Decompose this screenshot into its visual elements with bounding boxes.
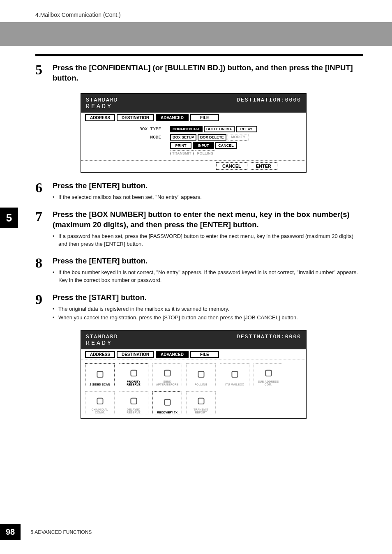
tab-advanced[interactable]: ADVANCED xyxy=(156,351,189,358)
feature-icon[interactable]: ▢CHAIN DIAL COMM. xyxy=(85,391,115,415)
feature-icon[interactable]: ▢2-SIDED SCAN xyxy=(85,363,115,387)
feature-icon[interactable]: ▢DELAYED RESERVE xyxy=(119,391,148,415)
feature-drawing-icon: ▢ xyxy=(197,365,205,383)
feature-icon-label: PRIORITY RESERVE xyxy=(120,380,147,386)
lcd-status: READY xyxy=(86,103,301,110)
bulletin-button[interactable]: BULLETIN BD. xyxy=(204,126,235,132)
step-6: 6 Press the [ENTER] button. If the selec… xyxy=(35,181,363,202)
tab-address[interactable]: ADDRESS xyxy=(85,114,115,121)
step-8: 8 Press the [ENTER] button. If the box n… xyxy=(35,256,363,285)
step-number: 6 xyxy=(35,181,53,202)
transmit-button[interactable]: TRANSMIT xyxy=(170,150,194,156)
breadcrumb: 4.Mailbox Communication (Cont.) xyxy=(0,0,392,22)
feature-icon[interactable]: ▢POLLING xyxy=(186,363,216,387)
tab-destination[interactable]: DESTINATION xyxy=(117,351,154,358)
feature-icon[interactable]: ▢SUB ADDRESS COM. xyxy=(254,363,283,387)
screenshot-advanced-icons: STANDARD DESTINATION:0000 READY ADDRESS … xyxy=(81,330,307,419)
cancel-button[interactable]: CANCEL xyxy=(215,142,237,149)
page-content: 5 Press the [CONFIDENTIAL] (or [BULLETIN… xyxy=(0,46,392,419)
box-setup-button[interactable]: BOX SETUP xyxy=(170,134,196,141)
footer-section-title: 5.ADVANCED FUNCTIONS xyxy=(30,529,92,535)
feature-drawing-icon: ▢ xyxy=(231,365,239,383)
lcd-status: READY xyxy=(86,340,301,347)
feature-icon-label: 2-SIDED SCAN xyxy=(90,383,110,386)
lcd-mode: STANDARD xyxy=(86,334,118,340)
modify-button[interactable]: MODIFY xyxy=(228,134,249,141)
divider xyxy=(35,54,363,56)
lcd-display: STANDARD DESTINATION:0000 READY xyxy=(81,330,306,349)
dialog-cancel-button[interactable]: CANCEL xyxy=(216,162,247,170)
screenshot-advanced-panel: STANDARD DESTINATION:0000 READY ADDRESS … xyxy=(81,93,307,173)
tab-row: ADDRESS DESTINATION ADVANCED FILE xyxy=(81,113,306,123)
feature-icon-label: DELAYED RESERVE xyxy=(120,408,147,414)
feature-icon-label: TRANSMIT REPORT xyxy=(187,408,214,414)
feature-icon[interactable]: ▢PRIORITY RESERVE xyxy=(119,363,148,387)
confidential-button[interactable]: CONFIDENTIAL xyxy=(170,126,203,132)
page-number: 98 xyxy=(0,524,21,540)
bullet: If the box number keyed in is not correc… xyxy=(53,269,363,284)
step-title: Press the [ENTER] button. xyxy=(53,181,363,191)
lcd-destination: DESTINATION:0000 xyxy=(237,97,301,103)
tab-file[interactable]: FILE xyxy=(190,114,219,121)
dialog-footer: CANCEL ENTER xyxy=(81,160,306,172)
feature-drawing-icon: ▢ xyxy=(96,392,104,408)
bullet: When you cancel the registration, press … xyxy=(53,314,363,322)
print-button[interactable]: PRINT xyxy=(170,142,191,149)
step-title: Press the [ENTER] button. xyxy=(53,256,363,266)
feature-drawing-icon: ▢ xyxy=(164,365,171,380)
chapter-tab: 5 xyxy=(0,208,18,228)
box-delete-button[interactable]: BOX DELETE xyxy=(198,134,226,141)
feature-icon-label: POLLING xyxy=(194,383,207,386)
step-7: 7 Press the [BOX NUMBER] button to enter… xyxy=(35,210,363,249)
feature-icon[interactable]: ▢RECOVERY TX xyxy=(152,391,182,415)
feature-icon-label: SUB ADDRESS COM. xyxy=(255,380,282,386)
step-5: 5 Press the [CONFIDENTIAL] (or [BULLETIN… xyxy=(35,63,363,86)
dialog-enter-button[interactable]: ENTER xyxy=(250,162,277,170)
polling-button[interactable]: POLLING xyxy=(195,150,216,156)
feature-icon[interactable]: ▢SEND AFTER/BEFORE xyxy=(152,363,182,387)
icon-grid: ▢2-SIDED SCAN▢PRIORITY RESERVE▢SEND AFTE… xyxy=(81,360,306,418)
step-number: 5 xyxy=(35,63,53,86)
bullet: If the selected mailbox has not been set… xyxy=(53,194,363,201)
feature-icon[interactable]: ▢ITU MAILBOX xyxy=(220,363,249,387)
feature-drawing-icon: ▢ xyxy=(164,392,171,411)
lcd-display: STANDARD DESTINATION:0000 READY xyxy=(81,94,306,113)
tab-destination[interactable]: DESTINATION xyxy=(117,114,154,121)
feature-icon-label: RECOVERY TX xyxy=(157,411,178,414)
step-title: Press the [START] button. xyxy=(53,293,363,303)
step-title: Press the [CONFIDENTIAL] (or [BULLETIN B… xyxy=(53,63,363,83)
feature-drawing-icon: ▢ xyxy=(197,392,205,408)
header-band xyxy=(0,22,392,46)
step-title: Press the [BOX NUMBER] button to enter t… xyxy=(53,210,363,230)
tab-address[interactable]: ADDRESS xyxy=(85,351,115,358)
feature-icon-label: ITU MAILBOX xyxy=(225,383,244,386)
step-number: 7 xyxy=(35,210,53,249)
step-9: 9 Press the [START] button. The original… xyxy=(35,293,363,323)
tab-row: ADDRESS DESTINATION ADVANCED FILE xyxy=(81,349,306,360)
step-number: 8 xyxy=(35,256,53,285)
feature-icon-label: SEND AFTER/BEFORE xyxy=(154,380,181,386)
label-box-type: BOX TYPE xyxy=(86,127,170,132)
feature-drawing-icon: ▢ xyxy=(96,365,104,383)
page-footer: 98 5.ADVANCED FUNCTIONS xyxy=(0,524,92,540)
feature-drawing-icon: ▢ xyxy=(130,392,138,408)
feature-icon[interactable]: ▢TRANSMIT REPORT xyxy=(186,391,216,415)
step-number: 9 xyxy=(35,293,53,323)
label-mode: MODE xyxy=(86,135,170,140)
feature-drawing-icon: ▢ xyxy=(130,365,138,380)
panel-body: BOX TYPE CONFIDENTIAL BULLETIN BD. RELAY… xyxy=(81,123,306,160)
tab-advanced[interactable]: ADVANCED xyxy=(156,114,189,121)
relay-button[interactable]: RELAY xyxy=(236,126,257,132)
bullet: If a password has been set, press the [P… xyxy=(53,233,363,248)
lcd-destination: DESTINATION:0000 xyxy=(237,334,301,340)
input-button[interactable]: INPUT xyxy=(193,142,214,149)
feature-icon-label: CHAIN DIAL COMM. xyxy=(86,408,113,414)
feature-drawing-icon: ▢ xyxy=(265,365,272,380)
tab-file[interactable]: FILE xyxy=(190,351,219,358)
bullet: The original data is registered in the m… xyxy=(53,305,363,313)
lcd-mode: STANDARD xyxy=(86,97,118,103)
